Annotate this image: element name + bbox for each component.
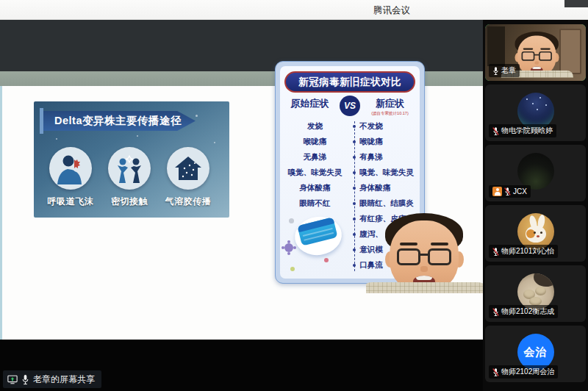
participant-name: 物师2102衡志成 <box>501 306 554 317</box>
virus-particle-icon <box>324 258 329 262</box>
microphone-icon <box>492 66 499 76</box>
screen-share-indicator: 老章的屏幕共享 <box>3 370 101 388</box>
new-symptoms-subnote: (源自专家统计10.17) <box>360 111 420 116</box>
symptom-row: 身体酸痛身体酸痛 <box>280 180 420 196</box>
avatar-initials: 会治 <box>524 345 548 359</box>
screen-share-stage: Delta变异株主要传播途径 呼吸道飞沫 <box>0 20 483 391</box>
tencent-meeting-window: 腾讯会议 Delta变异株主要传播途径 <box>0 0 588 391</box>
poster-title: 新冠病毒新旧症状对比 <box>284 71 415 93</box>
participant-tile-zhouhuizhi[interactable]: 会治 物师2102周会治 <box>485 326 586 382</box>
muted-microphone-icon <box>492 307 499 317</box>
microphone-icon <box>21 374 29 385</box>
route-aerosol: 气溶胶传播 <box>159 147 218 208</box>
route-close-contact: 密切接触 <box>100 147 159 208</box>
participant-name: JCX <box>513 187 527 196</box>
symptom-row: 发烧不发烧 <box>280 118 420 134</box>
virus-particle-icon <box>284 243 293 252</box>
participant-name: 物师2101刘心怡 <box>501 246 554 257</box>
screen-share-icon <box>7 375 18 384</box>
participant-tile-laozhang[interactable]: 老章 <box>485 24 586 81</box>
symptom-row: 嗅觉、味觉失灵嗅觉、味觉失灵 <box>280 165 420 180</box>
route-label: 密切接触 <box>100 196 159 208</box>
high-five-icon <box>108 147 151 190</box>
symptom-row: 无鼻涕有鼻涕 <box>280 149 420 165</box>
presenter-camera-overlay <box>366 213 484 293</box>
route-label: 呼吸道飞沫 <box>41 196 100 208</box>
old-symptoms-header: 原始症状 <box>280 97 340 110</box>
delta-transmission-card: Delta变异株主要传播途径 呼吸道飞沫 <box>34 101 229 218</box>
participant-name: 物师2102周会治 <box>501 367 554 377</box>
virus-particle-icon <box>290 267 295 271</box>
route-label: 气溶胶传播 <box>159 196 218 208</box>
coughing-person-icon <box>49 147 92 190</box>
avatar <box>517 153 554 190</box>
participant-tile-guhanting[interactable]: 物电学院顾晗婷 <box>485 85 586 141</box>
vs-badge: VS <box>340 96 360 116</box>
participant-name: 物电学院顾晗婷 <box>501 126 553 136</box>
muted-microphone-icon <box>504 187 511 196</box>
participant-tile-liuxinyi[interactable]: 物师2101刘心怡 <box>485 205 586 262</box>
corner-notch <box>564 0 588 7</box>
muted-microphone-icon <box>492 247 499 257</box>
muted-microphone-icon <box>492 367 499 377</box>
new-symptoms-header: 新症状 (源自专家统计10.17) <box>360 97 420 116</box>
window-title-bar: 腾讯会议 <box>0 0 588 20</box>
symptom-row: 喉咙痛喉咙痛 <box>280 134 420 149</box>
symptom-row: 眼睛不红眼睛红、结膜炎 <box>280 196 420 211</box>
banner-accent-stripe <box>40 108 43 134</box>
muted-microphone-icon <box>492 126 499 136</box>
participants-sidebar[interactable]: 老章 物电学院顾晗婷 <box>483 20 588 391</box>
share-label-text: 老章的屏幕共享 <box>33 373 95 386</box>
participant-tile-jcx[interactable]: JCX <box>485 145 586 201</box>
app-title: 腾讯会议 <box>373 4 410 17</box>
hand-raised-badge-icon <box>492 187 502 196</box>
virus-particle-icon <box>289 218 294 223</box>
route-respiratory-droplets: 呼吸道飞沫 <box>41 147 100 208</box>
poster-header-row: 原始症状 VS 新症状 (源自专家统计10.17) <box>280 97 420 116</box>
house-aerosol-icon <box>167 147 209 190</box>
delta-card-title: Delta变异株主要传播途径 <box>43 111 196 131</box>
presenter-face <box>366 213 484 293</box>
slide-edge-strip <box>0 86 2 340</box>
participant-tile-hengzhicheng[interactable]: 物师2102衡志成 <box>485 265 586 322</box>
surgical-mask-illustration <box>283 211 351 274</box>
participant-name: 老章 <box>501 65 516 76</box>
